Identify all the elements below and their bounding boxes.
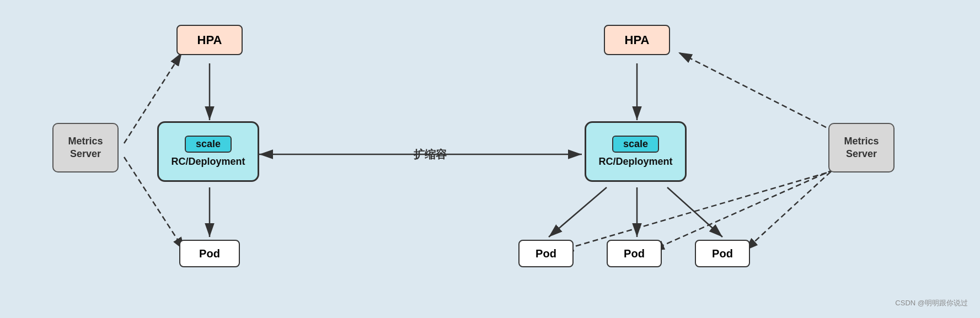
right-hpa-label: HPA <box>625 33 650 47</box>
right-pod-2-label: Pod <box>624 247 645 260</box>
right-pod-node-2: Pod <box>607 240 662 267</box>
left-metrics-label: Metrics Server <box>68 135 103 161</box>
right-hpa-node: HPA <box>604 25 670 55</box>
left-pod-label: Pod <box>199 247 220 260</box>
svg-line-9 <box>549 187 607 237</box>
right-pod-node-1: Pod <box>518 240 574 267</box>
left-pod-node: Pod <box>179 240 240 267</box>
watermark: CSDN @明明跟你说过 <box>895 298 968 308</box>
svg-line-13 <box>745 160 844 251</box>
left-rc-node: scale RC/Deployment <box>157 121 259 182</box>
right-metrics-label: Metrics Server <box>844 135 879 161</box>
right-rc-label: RC/Deployment <box>598 156 672 168</box>
middle-label: 扩缩容 <box>397 144 463 164</box>
right-pod-3-label: Pod <box>712 247 733 260</box>
right-rc-node: scale RC/Deployment <box>585 121 687 182</box>
svg-line-11 <box>667 187 722 237</box>
right-pod-node-3: Pod <box>695 240 750 267</box>
left-hpa-node: HPA <box>176 25 243 55</box>
right-scale-badge: scale <box>612 136 659 153</box>
left-rc-label: RC/Deployment <box>171 156 245 168</box>
diagram-container: HPA scale RC/Deployment Pod Metrics Serv… <box>0 0 980 318</box>
right-pod-1-label: Pod <box>535 247 556 260</box>
watermark-text: CSDN @明明跟你说过 <box>895 299 968 307</box>
left-scale-badge: scale <box>185 136 232 153</box>
scale-text-label: 扩缩容 <box>414 147 447 162</box>
left-metrics-node: Metrics Server <box>52 123 119 173</box>
left-hpa-label: HPA <box>197 33 222 47</box>
right-metrics-node: Metrics Server <box>828 123 895 173</box>
